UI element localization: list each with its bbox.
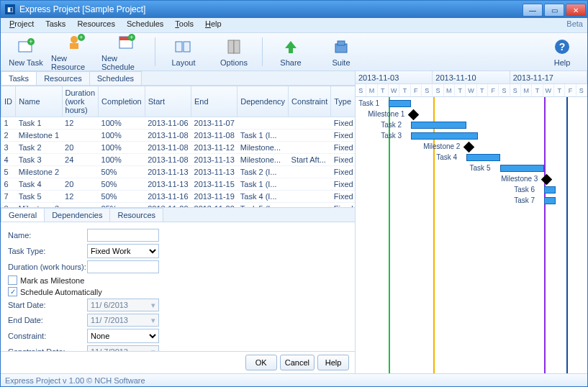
table-row[interactable]: 6Task 42050%2013-11-132013-11-15Task 1 (… [1, 178, 356, 191]
col-id[interactable]: ID [1, 86, 16, 117]
tab-resources[interactable]: Resources [36, 71, 90, 85]
table-row[interactable]: 3Task 220100%2013-11-082013-11-12Milesto… [1, 142, 356, 154]
milestone-marker[interactable] [541, 174, 553, 186]
new-resource-icon: + [66, 32, 86, 53]
startdate-picker[interactable]: 11/ 6/2013▾ [87, 299, 159, 311]
help-button-small[interactable]: Help [317, 355, 349, 370]
col-name[interactable]: Name [16, 86, 62, 117]
options-button[interactable]: Options [209, 35, 259, 68]
svg-text:+: + [29, 38, 32, 45]
proptab-resources[interactable]: Resources [109, 208, 163, 222]
table-row[interactable]: 1Task 112100%2013-11-062013-11-07Fixed .… [1, 117, 356, 129]
tab-schedules[interactable]: Schedules [89, 71, 142, 85]
menu-tools[interactable]: Tools [169, 18, 199, 32]
col-duration[interactable]: Duration (work hours) [62, 86, 99, 117]
titlebar[interactable]: ◧ Express Project [Sample Project] — ▭ ✕ [1, 1, 587, 18]
gantt-bar[interactable] [389, 100, 411, 107]
share-button[interactable]: Share [266, 35, 316, 68]
layout-button[interactable]: Layout [158, 35, 209, 68]
gantt-bar[interactable] [411, 132, 478, 140]
help-icon: ? [552, 37, 572, 57]
day-header: M [444, 84, 455, 96]
label-tasktype: Task Type: [8, 247, 87, 255]
gantt-label: Task 4 [436, 153, 457, 161]
new-schedule-button[interactable]: + New Schedule [101, 31, 152, 73]
minimize-button[interactable]: — [523, 4, 543, 17]
new-task-button[interactable]: + New Task [1, 35, 51, 68]
new-resource-button[interactable]: + New Resource [51, 31, 101, 73]
col-type[interactable]: Type [331, 86, 355, 117]
day-header: S [356, 84, 366, 96]
proptab-general[interactable]: General [1, 208, 45, 222]
schedauto-checkbox[interactable]: ✓ [8, 287, 17, 296]
gantt-bar[interactable] [544, 197, 555, 204]
table-row[interactable]: 7Task 51250%2013-11-162013-11-19Task 4 (… [1, 191, 356, 203]
gantt-label: Task 6 [514, 186, 535, 194]
suite-button[interactable]: Suite [316, 35, 366, 68]
week-header: 2013-11-10 [433, 71, 510, 84]
date-marker [566, 97, 568, 373]
gantt-bar[interactable] [500, 165, 545, 172]
constraint-select[interactable]: None [87, 329, 159, 343]
svg-rect-11 [176, 42, 182, 52]
calendar-icon: ▾ [151, 301, 155, 310]
menu-tasks[interactable]: Tasks [40, 18, 71, 32]
col-dependency[interactable]: Dependency [238, 86, 289, 117]
date-marker [544, 97, 546, 373]
table-row[interactable]: 8Milestone 325%2013-11-202013-11-20Task … [1, 203, 356, 209]
task-grid[interactable]: ID Name Duration (work hours) Completion… [1, 86, 355, 208]
new-task-icon: + [16, 37, 36, 57]
gantt-label: Task 3 [381, 132, 402, 140]
table-row[interactable]: 2Milestone 1100%2013-11-082013-11-08Task… [1, 129, 356, 142]
label-enddate: End Date: [8, 316, 87, 324]
col-start[interactable]: Start [145, 86, 191, 117]
day-header: S [510, 84, 521, 96]
enddate-picker[interactable]: 11/ 7/2013▾ [87, 314, 159, 327]
cancel-button[interactable]: Cancel [280, 355, 315, 370]
ok-button[interactable]: OK [245, 355, 277, 370]
gantt-label: Task 1 [358, 99, 379, 107]
help-button[interactable]: ? Help [537, 35, 587, 68]
calendar-icon: ▾ [151, 316, 155, 325]
table-row[interactable]: 4Task 324100%2013-11-082013-11-13Milesto… [1, 154, 356, 166]
svg-rect-12 [184, 42, 190, 52]
constraintdate-picker[interactable]: 11/ 7/2013▾ [87, 345, 159, 351]
gantt-chart[interactable]: 2013-11-03SMTWTFS2013-11-10SMTWTFS2013-1… [356, 71, 587, 373]
milestone-marker[interactable] [408, 109, 420, 121]
gantt-label: Milestone 3 [501, 175, 538, 183]
name-field[interactable] [87, 229, 159, 242]
menu-resources[interactable]: Resources [71, 18, 121, 32]
col-completion[interactable]: Completion [99, 86, 145, 117]
day-header: S [433, 84, 443, 96]
svg-rect-14 [234, 40, 240, 53]
proptab-dependencies[interactable]: Dependencies [44, 208, 110, 222]
day-header: S [576, 84, 587, 96]
day-header: T [554, 84, 565, 96]
gantt-bar[interactable] [466, 154, 499, 161]
gantt-label: Milestone 2 [423, 142, 460, 150]
gantt-label: Task 5 [470, 164, 491, 172]
toolbar: + New Task + New Resource + New Schedule… [1, 32, 587, 71]
col-end[interactable]: End [191, 86, 238, 117]
tasktype-select[interactable]: Fixed Work [87, 244, 159, 258]
layout-icon [173, 37, 194, 57]
col-constraint[interactable]: Constraint [289, 86, 331, 117]
tab-tasks[interactable]: Tasks [1, 71, 37, 85]
gantt-bar[interactable] [544, 186, 555, 194]
maximize-button[interactable]: ▭ [544, 4, 564, 17]
menu-schedules[interactable]: Schedules [121, 18, 169, 32]
day-header: T [532, 84, 543, 96]
table-row[interactable]: 5Milestone 250%2013-11-132013-11-13Task … [1, 166, 356, 178]
day-header: W [389, 84, 399, 96]
beta-label: Beta [562, 18, 587, 32]
milestone-marker[interactable] [463, 142, 475, 153]
day-header: S [422, 84, 433, 96]
svg-rect-17 [338, 41, 345, 45]
duration-field[interactable] [87, 260, 159, 273]
close-button[interactable]: ✕ [566, 4, 586, 17]
milestone-checkbox[interactable] [8, 276, 17, 285]
menu-help[interactable]: Help [199, 18, 227, 32]
gantt-bar[interactable] [411, 122, 466, 129]
menu-project[interactable]: Project [4, 18, 40, 32]
svg-rect-4 [70, 43, 78, 49]
